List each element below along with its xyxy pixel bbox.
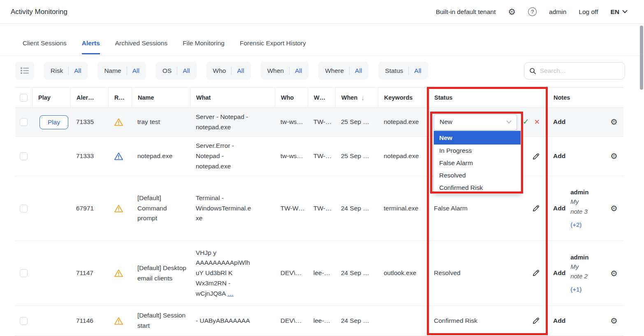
what-cell: Terminal - WindowsTerminal.exe <box>190 193 275 224</box>
row-settings-gear-icon[interactable]: ⚙ <box>610 152 618 160</box>
keywords-cell: notepad.exe <box>378 151 428 161</box>
edit-status-icon[interactable] <box>532 152 540 161</box>
filter-value: All <box>414 67 421 75</box>
table-row: 67971[Default] Command promptTerminal - … <box>15 176 623 241</box>
add-note-button[interactable]: Add <box>553 117 565 127</box>
row-checkbox-cell <box>15 118 32 126</box>
add-note-button[interactable]: Add <box>553 203 565 214</box>
select-all-checkbox[interactable] <box>20 94 28 102</box>
filter-value: All <box>183 67 190 75</box>
status-option-new[interactable]: New <box>434 131 521 145</box>
add-note-button[interactable]: Add <box>553 268 565 278</box>
edit-status-icon[interactable] <box>532 317 540 325</box>
search-input[interactable] <box>540 67 620 75</box>
row-checkbox[interactable] <box>20 118 28 126</box>
status-option-false-alarm[interactable]: False Alarm <box>434 157 521 169</box>
tab-forensic-export-history[interactable]: Forensic Export History <box>240 40 306 54</box>
note-more-link[interactable]: (+1) <box>570 285 592 294</box>
what-cell: VHJp y AAAAAAAAApiWlhuY Ud3bRl K Wx3m2RN… <box>190 248 275 299</box>
filter-pill-where[interactable]: WhereAll <box>318 62 368 79</box>
name-text: tray test <box>137 117 188 127</box>
view-options-button[interactable] <box>15 62 34 79</box>
help-icon[interactable]: ? <box>528 7 537 16</box>
row-settings-gear-icon[interactable]: ⚙ <box>610 118 618 126</box>
notes-cell: AddadminMy note 3(+2)⚙ <box>547 187 623 229</box>
filter-pill-divider <box>231 67 232 75</box>
filter-pill-status[interactable]: StatusAll <box>378 62 428 79</box>
column-header-w: W… <box>308 88 335 107</box>
row-checkbox-cell <box>15 205 32 212</box>
notes-cell: Add⚙ <box>547 316 623 326</box>
note-author: admin <box>570 252 592 262</box>
filter-pill-divider <box>68 67 69 75</box>
filter-pill-divider <box>289 67 290 75</box>
filter-pill-os[interactable]: OSAll <box>156 62 197 79</box>
filter-pill-name[interactable]: NameAll <box>97 62 146 79</box>
what-expand-link[interactable]: … <box>227 290 234 297</box>
where-cell: lee-… <box>308 268 335 278</box>
play-cell: Play <box>32 115 70 129</box>
risk-cell <box>108 118 132 126</box>
who-cell: tw-ws… <box>275 151 308 161</box>
row-settings-gear-icon[interactable]: ⚙ <box>610 204 618 212</box>
notes-cell: AddadminMy note 2(+1)⚙ <box>547 252 623 294</box>
what-text-main: Server.Error - Notepad - notepad.exe <box>196 142 234 170</box>
name-cell: notepad.exe <box>132 151 190 161</box>
when-cell: 24 Sep … <box>335 268 378 278</box>
select-all-cell <box>15 88 32 107</box>
play-button[interactable]: Play <box>39 115 68 129</box>
filter-pill-when[interactable]: WhenAll <box>261 62 309 79</box>
top-bar: Activity Monitoring Built-in default ten… <box>0 0 644 24</box>
note-block: adminMy note 3(+2) <box>570 187 592 229</box>
column-header-label: Name <box>138 94 154 101</box>
row-checkbox[interactable] <box>20 317 28 325</box>
row-checkbox[interactable] <box>20 152 28 160</box>
logoff-button[interactable]: Log off <box>579 8 598 16</box>
row-checkbox[interactable] <box>20 205 28 212</box>
what-text: VHJp y AAAAAAAAApiWlhuY Ud3bRl K Wx3m2RN… <box>196 248 253 299</box>
filter-pill-risk[interactable]: RiskAll <box>44 62 88 79</box>
language-selector[interactable]: EN <box>610 8 628 16</box>
add-note-button[interactable]: Add <box>553 151 565 161</box>
who-cell: TW-W… <box>275 203 308 214</box>
what-text: Server - Notepad - notepad.exe <box>196 112 253 133</box>
table-row: 71333notepad.exeServer.Error - Notepad -… <box>15 137 623 176</box>
tab-archived-sessions[interactable]: Archived Sessions <box>115 40 168 54</box>
tab-alerts[interactable]: Alerts <box>82 40 100 54</box>
name-text: [Default] Desktop email clients <box>137 263 188 284</box>
name-text: [Default] Command prompt <box>137 193 188 224</box>
name-cell: [Default] Desktop email clients <box>132 263 190 284</box>
row-settings-gear-icon[interactable]: ⚙ <box>610 317 618 325</box>
row-settings-gear-icon[interactable]: ⚙ <box>610 269 618 278</box>
status-cell: Resolved <box>428 268 547 278</box>
status-option-resolved[interactable]: Resolved <box>434 169 521 182</box>
row-checkbox[interactable] <box>20 269 28 277</box>
status-select[interactable]: New <box>434 114 517 131</box>
add-note-button[interactable]: Add <box>553 316 565 326</box>
tab-client-sessions[interactable]: Client Sessions <box>23 40 67 54</box>
column-header-status: Status <box>428 88 547 107</box>
what-text: Server.Error - Notepad - notepad.exe <box>196 141 253 171</box>
confirm-status-icon[interactable]: ✓ <box>523 116 529 128</box>
settings-gear-icon[interactable]: ⚙ <box>508 7 516 16</box>
edit-status-icon[interactable] <box>532 204 540 212</box>
sort-descending-icon[interactable]: ↓ <box>361 94 364 101</box>
when-cell: 24 Sep … <box>335 316 378 326</box>
risk-cell <box>108 269 132 278</box>
status-option-confirmed-risk[interactable]: Confirmed Risk <box>434 182 521 194</box>
note-more-link[interactable]: (+2) <box>570 220 592 229</box>
edit-status-icon[interactable] <box>532 269 540 277</box>
status-select-value: New <box>440 117 452 127</box>
filter-label: Status <box>385 67 403 75</box>
risk-cell <box>108 317 132 325</box>
status-option-in-progress[interactable]: In Progress <box>434 145 521 157</box>
tab-file-monitoring[interactable]: File Monitoring <box>183 40 225 54</box>
column-header-label: What <box>196 94 211 101</box>
where-cell: TW-… <box>308 203 335 214</box>
vertical-scrollbar-thumb[interactable] <box>640 26 643 90</box>
what-text-main: Server - Notepad - notepad.exe <box>196 113 248 131</box>
filter-pill-who[interactable]: WhoAll <box>206 62 251 79</box>
cancel-status-icon[interactable]: ✕ <box>534 117 540 128</box>
filter-label: Name <box>104 67 121 75</box>
filter-value: All <box>237 67 244 75</box>
